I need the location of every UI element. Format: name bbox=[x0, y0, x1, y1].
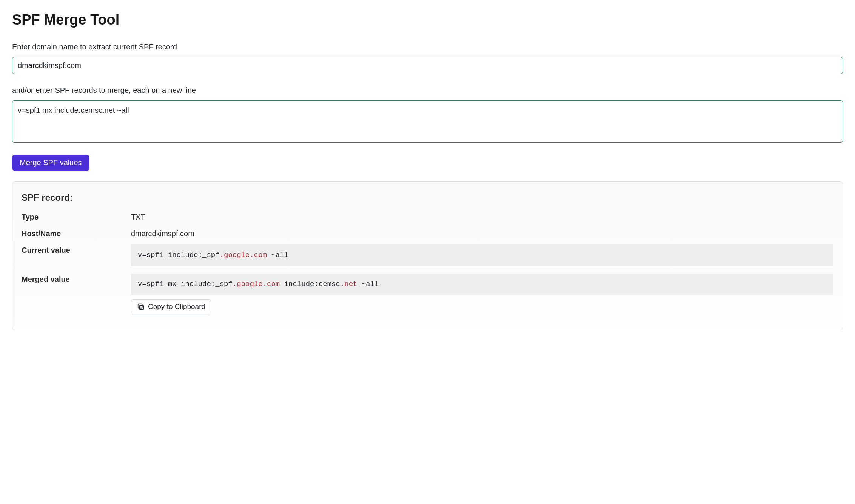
code-block: v=spf1 mx include:_spf.google.com includ… bbox=[131, 274, 833, 295]
code-token: v=spf1 mx include:_spf bbox=[138, 280, 233, 288]
svg-rect-0 bbox=[139, 305, 143, 309]
code-token: .google.com bbox=[233, 280, 280, 288]
domain-input[interactable] bbox=[12, 57, 843, 74]
code-token: .google.com bbox=[220, 251, 267, 259]
code-token: include:cemsc bbox=[280, 280, 340, 288]
svg-rect-1 bbox=[138, 304, 142, 308]
merge-button[interactable]: Merge SPF values bbox=[12, 155, 89, 171]
code-token: ~all bbox=[267, 251, 288, 259]
result-key: Host/Name bbox=[22, 228, 131, 239]
copy-icon bbox=[137, 303, 145, 311]
result-card: SPF record: TypeTXTHost/Namedmarcdkimspf… bbox=[12, 181, 843, 330]
result-row: TypeTXT bbox=[22, 211, 833, 223]
result-key: Current value bbox=[22, 244, 131, 256]
spf-records-textarea[interactable] bbox=[12, 100, 843, 143]
result-heading: SPF record: bbox=[22, 191, 833, 204]
result-row: Merged valuev=spf1 mx include:_spf.googl… bbox=[22, 274, 833, 315]
result-key: Merged value bbox=[22, 274, 131, 285]
result-row: Current valuev=spf1 include:_spf.google.… bbox=[22, 244, 833, 268]
result-row: Host/Namedmarcdkimspf.com bbox=[22, 228, 833, 239]
result-value: dmarcdkimspf.com bbox=[131, 228, 833, 239]
result-value: v=spf1 include:_spf.google.com ~all bbox=[131, 244, 833, 268]
code-block: v=spf1 include:_spf.google.com ~all bbox=[131, 244, 833, 266]
copy-button-label: Copy to Clipboard bbox=[148, 303, 205, 311]
code-token: v=spf1 include:_spf bbox=[138, 251, 220, 259]
page-title: SPF Merge Tool bbox=[12, 9, 843, 31]
domain-label: Enter domain name to extract current SPF… bbox=[12, 41, 843, 52]
copy-button[interactable]: Copy to Clipboard bbox=[131, 299, 211, 314]
records-label: and/or enter SPF records to merge, each … bbox=[12, 85, 843, 96]
result-value: TXT bbox=[131, 211, 833, 223]
code-token: ~all bbox=[357, 280, 379, 288]
result-value: v=spf1 mx include:_spf.google.com includ… bbox=[131, 274, 833, 315]
code-token: .net bbox=[340, 280, 357, 288]
result-key: Type bbox=[22, 211, 131, 223]
